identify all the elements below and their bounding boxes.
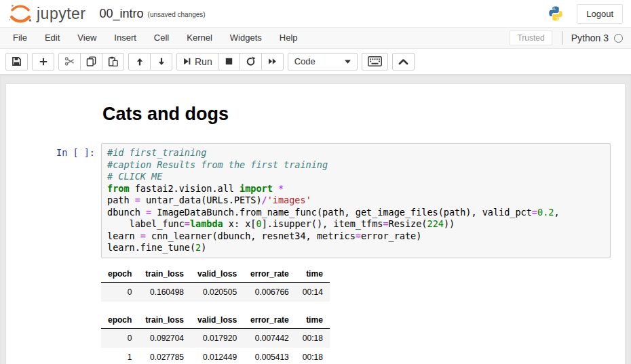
move-cell-up-button[interactable] [128, 53, 151, 70]
notebook-site: Cats and dogs In [ ]: #id first_training… [0, 74, 631, 364]
header: jupyter 00_intro (unsaved changes) Logou… [0, 0, 631, 27]
copy-cell-button[interactable] [80, 53, 102, 70]
notebook-container: Cats and dogs In [ ]: #id first_training… [5, 83, 626, 364]
scissors-icon [64, 56, 75, 66]
code-line: dbunch = ImageDataBunch.from_name_func(p… [107, 207, 605, 219]
code-line: learn = cnn_learner(dbunch, resnet34, me… [107, 230, 605, 243]
code-line: label_func=lambda x: x[0].isupper(), ite… [107, 218, 605, 230]
paste-icon [108, 56, 118, 66]
kernel-name: Python 3 [571, 33, 609, 43]
table-cell: 00:18 [296, 348, 330, 364]
output-area: epochtrain_lossvalid_losserror_ratetime0… [101, 266, 625, 364]
step-forward-icon [183, 57, 191, 66]
table-cell: 0.092704 [138, 328, 191, 348]
trusted-button[interactable]: Trusted [510, 31, 552, 45]
code-line: path = untar_data(URLs.PETS)/'images' [107, 195, 605, 207]
toolbar: Run Code [0, 49, 631, 74]
column-header: epoch [101, 312, 138, 329]
table-cell: 0 [101, 328, 138, 348]
stop-icon [225, 57, 233, 66]
plus-icon [39, 57, 48, 66]
menu-insert[interactable]: Insert [105, 28, 145, 48]
table-cell: 0.006766 [244, 282, 296, 302]
code-line: from fastai2.vision.all import * [107, 183, 605, 195]
column-header: valid_loss [191, 266, 244, 283]
column-header: error_rate [244, 266, 296, 283]
table-cell: 0.017920 [191, 328, 244, 348]
collapse-toolbar-button[interactable] [392, 53, 415, 70]
keyboard-icon [368, 56, 382, 66]
menu-cell[interactable]: Cell [145, 28, 178, 48]
table-cell: 0.012449 [191, 348, 244, 364]
column-header: valid_loss [191, 312, 244, 329]
table-row: 00.0927040.0179200.00744200:18 [101, 328, 330, 348]
menu-file[interactable]: File [4, 28, 36, 48]
arrow-up-icon [135, 57, 145, 66]
column-header: train_loss [138, 266, 191, 283]
column-header: epoch [101, 266, 138, 283]
fast-forward-icon [267, 57, 278, 66]
table-cell: 00:14 [296, 282, 330, 302]
column-header: error_rate [244, 312, 296, 329]
code-line: # CLICK ME [107, 171, 605, 183]
chevron-up-icon [398, 58, 408, 65]
code-input-box[interactable]: #id first_training#caption Results from … [101, 143, 611, 258]
column-header: time [296, 266, 330, 283]
python-logo-icon [547, 5, 565, 22]
menu-view[interactable]: View [69, 28, 105, 48]
column-header: train_loss [138, 312, 191, 329]
markdown-heading[interactable]: Cats and dogs [102, 104, 625, 125]
restart-icon [246, 56, 256, 66]
code-line: #caption Results from the first training [107, 159, 605, 171]
table-cell: 0 [101, 282, 138, 302]
menubar: File Edit View Insert Cell Kernel Widget… [0, 27, 631, 49]
cell-type-value: Code [294, 56, 316, 66]
table-row: 10.0277850.0124490.00541300:18 [101, 348, 330, 364]
table-cell: 0.007442 [244, 328, 296, 348]
menu-kernel[interactable]: Kernel [178, 28, 221, 48]
code-line: #id first_training [107, 147, 605, 159]
command-palette-button[interactable] [362, 53, 388, 70]
save-icon [12, 56, 22, 66]
notebook-save-status: (unsaved changes) [148, 11, 206, 18]
notebook-title[interactable]: 00_intro [100, 7, 144, 21]
table-cell: 0.020505 [191, 282, 244, 302]
table-cell: 0.160498 [138, 282, 191, 302]
training-results-table: epochtrain_lossvalid_losserror_ratetime0… [101, 266, 330, 302]
run-cell-button[interactable]: Run [176, 53, 218, 70]
kernel-divider [562, 31, 562, 45]
menu-widgets[interactable]: Widgets [221, 28, 271, 48]
code-line: learn.fine_tune(2) [107, 242, 605, 254]
cut-cell-button[interactable] [58, 53, 81, 70]
table-cell: 1 [101, 348, 138, 364]
menu-help[interactable]: Help [271, 28, 307, 48]
kernel-idle-indicator-icon [614, 34, 623, 43]
training-results-table: epochtrain_lossvalid_losserror_ratetime0… [101, 312, 330, 364]
paste-cell-button[interactable] [102, 53, 124, 70]
code-cell[interactable]: In [ ]: #id first_training#caption Resul… [6, 143, 625, 258]
caret-down-icon [345, 60, 351, 64]
column-header: time [296, 312, 330, 329]
save-button[interactable] [5, 53, 28, 70]
table-cell: 0.027785 [138, 348, 191, 364]
code-area[interactable]: #id first_training#caption Results from … [107, 147, 605, 254]
copy-icon [86, 56, 96, 66]
table-cell: 0.005413 [244, 348, 296, 364]
restart-kernel-button[interactable] [240, 53, 262, 70]
table-cell: 00:18 [296, 328, 330, 348]
table-row: 00.1604980.0205050.00676600:14 [101, 282, 330, 302]
cell-type-dropdown[interactable]: Code [288, 53, 358, 70]
interrupt-kernel-button[interactable] [218, 53, 240, 70]
restart-run-all-button[interactable] [261, 53, 284, 70]
input-prompt: In [ ]: [6, 143, 101, 258]
jupyter-logo-icon [7, 3, 34, 24]
jupyter-logo-text: jupyter [37, 5, 86, 23]
logout-button[interactable]: Logout [577, 4, 623, 24]
jupyter-logo[interactable]: jupyter [7, 3, 86, 24]
move-cell-down-button[interactable] [150, 53, 172, 70]
menu-edit[interactable]: Edit [36, 28, 69, 48]
add-cell-button[interactable] [32, 53, 54, 70]
run-button-label: Run [195, 56, 212, 67]
arrow-down-icon [157, 57, 166, 66]
